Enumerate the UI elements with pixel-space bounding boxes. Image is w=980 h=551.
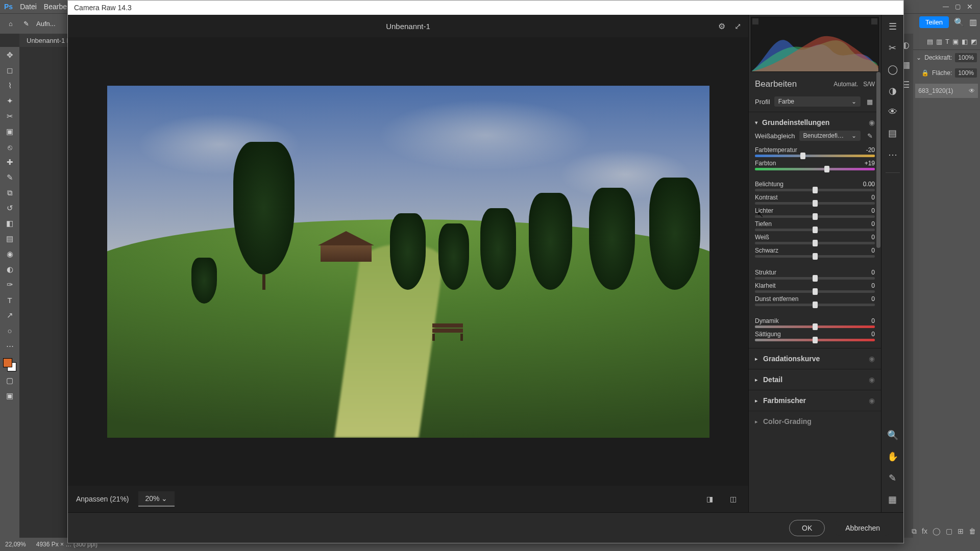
exposure-slider[interactable]: Belichtung0.00 [755,181,875,191]
opacity-value[interactable]: 100% [955,53,977,62]
zoom-dropdown[interactable]: 20% ⌄ [138,491,175,507]
link-icon[interactable]: ⧉ [912,527,917,536]
lock-icon[interactable]: 🔒 [921,69,929,77]
wand-tool-icon[interactable]: ✦ [4,95,16,107]
fill-value[interactable]: 100% [955,68,977,78]
panel-tab-icon[interactable]: ▣ [952,38,959,45]
panel-tab-icon[interactable]: ◩ [971,38,977,45]
share-button[interactable]: Teilen [919,16,949,28]
shadows-slider[interactable]: Tiefen0 [755,220,875,231]
tool-icon[interactable]: ✎ [23,20,29,28]
grading-section[interactable]: ▸ Color-Grading [749,411,881,427]
wb-dropdown[interactable]: Benutzerdefi…⌄ [799,131,861,141]
profile-dropdown[interactable]: Farbe⌄ [774,96,861,107]
gradient-tool-icon[interactable]: ▤ [4,233,16,245]
panel-scrollbar[interactable] [876,72,881,512]
cr-canvas[interactable] [68,37,748,486]
mask-icon[interactable]: ◑ [889,85,897,96]
basic-section-header[interactable]: ▾ Grundeinstellungen ◉ [749,115,881,129]
workspace-icon[interactable]: ▥ [969,17,977,27]
crop-icon[interactable]: ✂ [889,42,896,54]
more-tool-icon[interactable]: ⋯ [4,340,16,352]
home-icon[interactable]: ⌂ [5,18,16,30]
dehaze-slider[interactable]: Dunst entfernen0 [755,295,875,306]
panel-tab-icon[interactable]: ▥ [936,38,942,45]
blur-tool-icon[interactable]: ◉ [4,248,16,260]
whites-slider[interactable]: Weiß0 [755,234,875,244]
contrast-slider[interactable]: Kontrast0 [755,194,875,205]
detail-section[interactable]: ▸ Detail ◉ [749,369,881,390]
bw-button[interactable]: S/W [863,81,875,88]
stamp-tool-icon[interactable]: ⧉ [4,187,16,199]
visibility-icon[interactable]: ◉ [869,396,875,405]
edit-title: Bearbeiten [755,79,828,89]
blacks-slider[interactable]: Schwarz0 [755,247,875,258]
layer-row[interactable]: 683_1920(1) 👁 [915,84,978,98]
before-after-icon[interactable]: ◨ [702,492,717,506]
cancel-button[interactable]: Abbrechen [833,520,892,536]
vibrance-slider[interactable]: Dynamik0 [755,317,875,328]
sampler-icon[interactable]: ✎ [889,472,896,484]
visibility-icon[interactable]: ◉ [869,118,875,127]
pen-tool-icon[interactable]: ✑ [4,279,16,291]
fx-icon[interactable]: fx [922,527,927,535]
marquee-tool-icon[interactable]: ◻ [4,64,16,77]
grid-icon[interactable]: ▦ [888,494,897,505]
mixer-section[interactable]: ▸ Farbmischer ◉ [749,390,881,411]
tint-slider[interactable]: Farbton+19 [755,160,875,170]
search-icon[interactable]: 🔍 [954,17,964,27]
color-swatch[interactable] [3,358,16,371]
visibility-icon[interactable]: ◉ [869,375,875,384]
ok-button[interactable]: OK [789,520,825,536]
mask-icon[interactable]: ◯ [933,527,941,535]
quickmask-icon[interactable]: ▢ [4,374,16,387]
visibility-icon[interactable]: ◉ [869,355,875,363]
maximize-icon[interactable]: ▢ [955,3,961,10]
hand-icon[interactable]: ✋ [887,451,898,462]
heal-icon[interactable]: ◯ [888,64,898,75]
type-tool-icon[interactable]: T [4,294,16,306]
preset-icon[interactable]: ▤ [888,128,897,139]
zoom-icon[interactable]: 🔍 [887,430,898,441]
frame-tool-icon[interactable]: ▣ [4,126,16,138]
more-icon[interactable]: ⋯ [888,149,897,160]
gear-icon[interactable]: ⚙ [718,21,725,31]
eraser-tool-icon[interactable]: ◧ [4,217,16,230]
panel-tab-icon[interactable]: ▤ [927,38,933,45]
lasso-tool-icon[interactable]: ⌇ [4,80,16,92]
profile-browser-icon[interactable]: ▦ [865,96,875,107]
saturation-slider[interactable]: Sättigung0 [755,331,875,341]
crop-tool-icon[interactable]: ✂ [4,110,16,122]
wb-eyedropper-icon[interactable]: ✎ [865,131,875,141]
history-brush-icon[interactable]: ↺ [4,202,16,214]
brush-tool-icon[interactable]: ✎ [4,171,16,184]
clarity-slider[interactable]: Klarheit0 [755,282,875,293]
minimize-icon[interactable]: — [943,3,949,10]
redeye-icon[interactable]: 👁 [888,107,897,117]
edit-icon[interactable]: ☰ [889,21,897,32]
panel-tab-icon[interactable]: T [945,38,949,45]
dodge-tool-icon[interactable]: ◐ [4,263,16,276]
panel-tab-icon[interactable]: ◧ [962,38,968,45]
screenmode-icon[interactable]: ▣ [4,390,16,402]
auto-button[interactable]: Automat. [834,81,858,88]
fullscreen-icon[interactable]: ⤢ [734,21,741,31]
menu-datei[interactable]: Datei [20,3,37,11]
chevron-down-icon[interactable]: ⌄ [916,54,921,61]
curve-section[interactable]: ▸ Gradationskurve ◉ [749,348,881,369]
heal-tool-icon[interactable]: ✚ [4,156,16,168]
trash-icon[interactable]: 🗑 [969,527,976,535]
path-tool-icon[interactable]: ↗ [4,309,16,321]
folder-icon[interactable]: ▢ [946,527,952,535]
move-tool-icon[interactable]: ✥ [4,49,16,61]
highlights-slider[interactable]: Lichter0 [755,207,875,218]
texture-slider[interactable]: Struktur0 [755,269,875,280]
shape-tool-icon[interactable]: ○ [4,324,16,337]
temperature-slider[interactable]: Farbtemperatur-20 [755,146,875,157]
histogram[interactable] [751,17,879,72]
compare-icon[interactable]: ◫ [726,492,740,506]
close-icon[interactable]: ✕ [967,3,973,11]
new-layer-icon[interactable]: ⊞ [958,527,964,535]
eyedropper-tool-icon[interactable]: ⎋ [4,141,16,153]
fit-button[interactable]: Anpassen (21%) [76,495,129,503]
